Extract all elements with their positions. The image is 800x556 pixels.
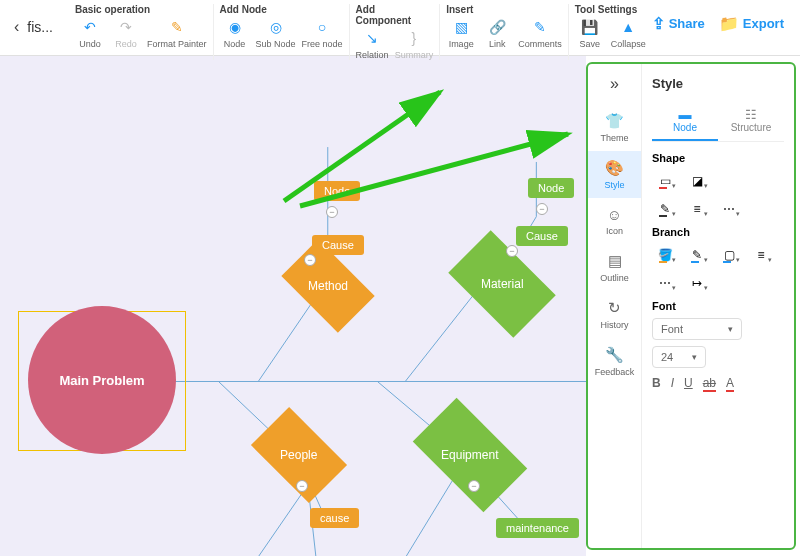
file-name: fis... xyxy=(27,19,53,35)
export-button[interactable]: 📁Export xyxy=(719,14,784,33)
material-node[interactable]: Material xyxy=(456,254,548,314)
structure-subtab[interactable]: ☷Structure xyxy=(718,101,784,141)
back-icon[interactable]: ‹ xyxy=(6,18,27,36)
panel-title: Style xyxy=(652,76,784,91)
relation-button[interactable]: ↘Relation xyxy=(356,29,389,60)
italic-button[interactable]: I xyxy=(671,376,674,392)
group-title-addcomp: Add Component xyxy=(356,4,434,26)
outline-tab[interactable]: ▤Outline xyxy=(588,244,641,291)
feedback-tab[interactable]: 🔧Feedback xyxy=(588,338,641,385)
collapse-toggle[interactable]: − xyxy=(296,480,308,492)
side-tabs: » 👕Theme 🎨Style ☺Icon ▤Outline ↻History … xyxy=(588,64,642,548)
collapse-toggle[interactable]: − xyxy=(536,203,548,215)
branch-section-title: Branch xyxy=(652,226,784,238)
group-title-tools: Tool Settings xyxy=(575,4,646,15)
strike-button[interactable]: ab xyxy=(703,376,716,392)
font-size-select[interactable]: 24▾ xyxy=(652,346,706,368)
shape-section-title: Shape xyxy=(652,152,784,164)
branch-weight-button[interactable]: ≡▾ xyxy=(748,244,774,266)
branch-arrow-button[interactable]: ↦▾ xyxy=(684,272,710,294)
collapse-toggle[interactable]: − xyxy=(506,245,518,257)
palette-icon: 🎨 xyxy=(605,159,624,177)
summary-button[interactable]: }Summary xyxy=(395,29,434,60)
grid-icon: ▤ xyxy=(608,252,622,270)
equipment-maintenance[interactable]: maintenance xyxy=(496,518,579,538)
subnode-button[interactable]: ◎Sub Node xyxy=(256,18,296,49)
freenode-button[interactable]: ○Free node xyxy=(302,18,343,49)
shirt-icon: 👕 xyxy=(605,112,624,130)
font-section-title: Font xyxy=(652,300,784,312)
border-weight-button[interactable]: ≡▾ xyxy=(684,198,710,220)
style-tab[interactable]: 🎨Style xyxy=(588,151,641,198)
method-node[interactable]: Method xyxy=(288,260,368,312)
link-button[interactable]: 🔗Link xyxy=(482,18,512,49)
redo-button[interactable]: ↷Redo xyxy=(111,18,141,49)
method-cause-child[interactable]: Cause xyxy=(312,235,364,255)
group-tool-settings: Tool Settings 💾Save ▲Collapse xyxy=(568,4,652,60)
collapse-toggle[interactable]: − xyxy=(468,480,480,492)
group-title-addnode: Add Node xyxy=(220,4,343,15)
material-node-child[interactable]: Node xyxy=(528,178,574,198)
share-button[interactable]: ⇪Share xyxy=(652,14,705,33)
border-dash-button[interactable]: ⋯▾ xyxy=(716,198,742,220)
export-icon: 📁 xyxy=(719,14,739,33)
group-insert: Insert ▧Image 🔗Link ✎Comments xyxy=(439,4,568,60)
history-tab[interactable]: ↻History xyxy=(588,291,641,338)
font-color-button[interactable]: A xyxy=(726,376,734,392)
branch-dash-button[interactable]: ⋯▾ xyxy=(652,272,678,294)
branch-fill-button[interactable]: 🪣▾ xyxy=(652,244,678,266)
branch-box-button[interactable]: ▢▾ xyxy=(716,244,742,266)
node-subtab[interactable]: ▬Node xyxy=(652,101,718,141)
clock-icon: ↻ xyxy=(608,299,621,317)
method-node-child[interactable]: Node xyxy=(314,181,360,201)
font-family-select[interactable]: Font▾ xyxy=(652,318,742,340)
people-node[interactable]: People xyxy=(258,428,340,482)
annotation-arrows xyxy=(0,56,586,216)
collapse-button[interactable]: ▲Collapse xyxy=(611,18,646,49)
top-toolbar: ‹ fis... Basic operation ↶Undo ↷Redo ✎Fo… xyxy=(0,0,800,56)
bold-button[interactable]: B xyxy=(652,376,661,392)
group-title-basic: Basic operation xyxy=(75,4,207,15)
save-button[interactable]: 💾Save xyxy=(575,18,605,49)
style-panel-container: » 👕Theme 🎨Style ☺Icon ▤Outline ↻History … xyxy=(586,62,796,550)
equipment-node[interactable]: Equipment xyxy=(420,424,520,486)
underline-button[interactable]: U xyxy=(684,376,693,392)
svg-line-14 xyxy=(284,92,440,201)
group-add-component: Add Component ↘Relation }Summary xyxy=(349,4,440,60)
style-panel: Style ▬Node ☷Structure Shape ▭▾ ◪▾ ✎▾ ≡▾… xyxy=(642,64,794,548)
shape-style-button[interactable]: ◪▾ xyxy=(684,170,710,192)
theme-tab[interactable]: 👕Theme xyxy=(588,104,641,151)
undo-button[interactable]: ↶Undo xyxy=(75,18,105,49)
material-cause-child[interactable]: Cause xyxy=(516,226,568,246)
diagram-canvas[interactable]: Main Problem Method Node Cause − − Mater… xyxy=(0,56,586,556)
group-title-insert: Insert xyxy=(446,4,562,15)
icon-tab[interactable]: ☺Icon xyxy=(588,198,641,244)
image-button[interactable]: ▧Image xyxy=(446,18,476,49)
collapse-panel-button[interactable]: » xyxy=(588,64,641,104)
svg-line-9 xyxy=(246,485,308,556)
group-basic-operation: Basic operation ↶Undo ↷Redo ✎Format Pain… xyxy=(69,4,213,60)
share-icon: ⇪ xyxy=(652,14,665,33)
people-cause[interactable]: cause xyxy=(310,508,359,528)
comments-button[interactable]: ✎Comments xyxy=(518,18,562,49)
group-add-node: Add Node ◉Node ◎Sub Node ○Free node xyxy=(213,4,349,60)
collapse-toggle[interactable]: − xyxy=(326,206,338,218)
shape-fill-button[interactable]: ▭▾ xyxy=(652,170,678,192)
node-button[interactable]: ◉Node xyxy=(220,18,250,49)
branch-line-color-button[interactable]: ✎▾ xyxy=(684,244,710,266)
format-painter-button[interactable]: ✎Format Painter xyxy=(147,18,207,49)
smile-icon: ☺ xyxy=(607,206,622,223)
root-node[interactable]: Main Problem xyxy=(28,306,176,454)
collapse-toggle[interactable]: − xyxy=(304,254,316,266)
wrench-icon: 🔧 xyxy=(605,346,624,364)
border-color-button[interactable]: ✎▾ xyxy=(652,198,678,220)
